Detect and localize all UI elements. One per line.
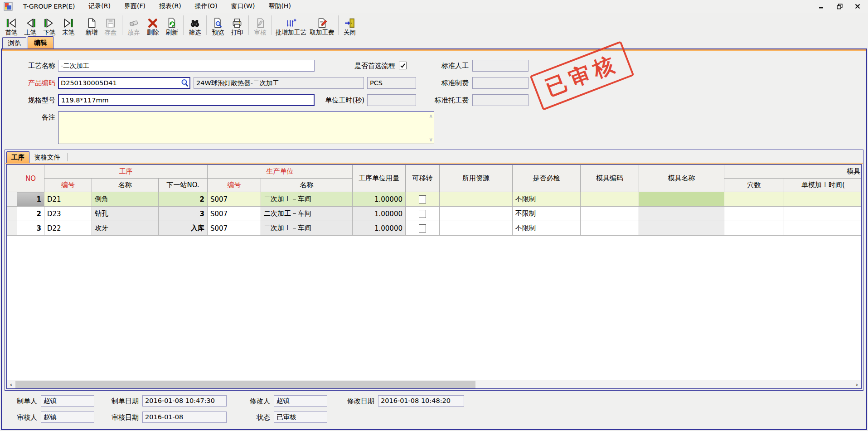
menu-item-reports[interactable]: 报表(R) xyxy=(152,1,188,12)
toolbar-button-label: 关闭 xyxy=(344,29,356,36)
toolbar-button-preview[interactable]: 预览 xyxy=(209,13,228,36)
cell-unit-name[interactable]: 二次加工－车间 xyxy=(261,221,353,236)
remarks-scroll-up[interactable]: ∧ xyxy=(429,114,433,118)
cell-unit-name[interactable]: 二次加工－车间 xyxy=(261,192,353,207)
cell-mold-name[interactable] xyxy=(639,192,724,207)
hscroll-right-arrow[interactable]: › xyxy=(853,380,861,389)
transferable-checkbox[interactable] xyxy=(419,195,426,203)
cell-no[interactable]: 2 xyxy=(17,207,44,221)
cell-mold-code[interactable] xyxy=(581,221,639,236)
toolbar-button-close[interactable]: 关闭 xyxy=(340,13,359,36)
restore-icon xyxy=(837,4,843,10)
cell-process-code[interactable]: D23 xyxy=(44,207,92,221)
cell-no[interactable]: 1 xyxy=(17,192,44,207)
tab-qualification-docs[interactable]: 资格文件 xyxy=(29,152,65,163)
cell-unit-code[interactable]: S007 xyxy=(208,221,261,236)
cell-unit-usage[interactable]: 1.00000 xyxy=(353,207,406,221)
cell-mold-name[interactable] xyxy=(639,221,724,236)
close-button[interactable] xyxy=(854,3,861,10)
restore-button[interactable] xyxy=(836,3,843,10)
header-process-code: 编号 xyxy=(44,179,92,192)
header-selector xyxy=(7,165,17,192)
remarks-textarea[interactable] xyxy=(58,112,434,144)
cell-unit-usage[interactable]: 1.00000 xyxy=(353,192,406,207)
cell-cavities[interactable] xyxy=(724,207,784,221)
hscroll-left-arrow[interactable]: ‹ xyxy=(7,380,15,389)
cell-resources[interactable] xyxy=(440,207,513,221)
cell-resources[interactable] xyxy=(440,221,513,236)
cell-resources[interactable] xyxy=(440,192,513,207)
product-lookup-button[interactable] xyxy=(179,78,189,88)
cell-unit-code[interactable]: S007 xyxy=(208,192,261,207)
cell-unit-usage[interactable]: 1.00000 xyxy=(353,221,406,236)
menu-item-interface[interactable]: 界面(F) xyxy=(117,1,152,12)
cell-mold-code[interactable] xyxy=(581,192,639,207)
minimize-button[interactable] xyxy=(818,3,824,10)
toolbar-button-first[interactable]: 首笔 xyxy=(2,13,21,36)
toolbar-button-label: 上笔 xyxy=(24,29,37,36)
toolbar-button-refresh[interactable]: 刷新 xyxy=(162,13,181,36)
modifier-label: 修改人 xyxy=(239,395,270,407)
tab-process-steps[interactable]: 工序 xyxy=(6,151,29,163)
menu-item-window[interactable]: 窗口(W) xyxy=(224,1,262,12)
hscroll-thumb[interactable] xyxy=(15,381,475,388)
cell-cavities[interactable] xyxy=(724,192,784,207)
cell-mold-time[interactable] xyxy=(784,221,862,236)
toolbar-button-discard[interactable]: 放弃 xyxy=(124,13,143,36)
cell-process-name[interactable]: 倒角 xyxy=(92,192,159,207)
menu-item-help[interactable]: 帮助(H) xyxy=(262,1,297,12)
transferable-checkbox[interactable] xyxy=(419,224,426,232)
prev-record-icon xyxy=(24,17,36,29)
cell-next-station[interactable]: 入库 xyxy=(159,221,208,236)
transferable-checkbox[interactable] xyxy=(419,210,426,218)
toolbar-button-get-processing-fee[interactable]: 取加工费 xyxy=(308,13,336,36)
cell-process-code[interactable]: D22 xyxy=(44,221,92,236)
toolbar-button-filter[interactable]: 筛选 xyxy=(185,13,204,36)
spec-model-input[interactable] xyxy=(58,94,315,106)
toolbar-button-prev[interactable]: 上笔 xyxy=(21,13,40,36)
cell-mold-code[interactable] xyxy=(581,207,639,221)
process-name-input[interactable] xyxy=(58,60,315,72)
cell-must-inspect[interactable]: 不限制 xyxy=(513,221,581,236)
cell-no[interactable]: 3 xyxy=(17,221,44,236)
toolbar-button-audit[interactable]: 审核 xyxy=(251,13,270,36)
modify-date-field: 2016-01-08 10:48:20 xyxy=(378,395,464,407)
toolbar-button-delete[interactable]: 删除 xyxy=(143,13,162,36)
toolbar-button-label: 审核 xyxy=(254,29,267,36)
header-process-group: 工序 xyxy=(44,165,208,179)
cell-next-station[interactable]: 3 xyxy=(159,207,208,221)
toolbar-button-last[interactable]: 末笔 xyxy=(59,13,78,36)
cell-unit-code[interactable]: S007 xyxy=(208,207,261,221)
cell-must-inspect[interactable]: 不限制 xyxy=(513,207,581,221)
close-icon xyxy=(855,4,860,9)
toolbar-button-save[interactable]: 存盘 xyxy=(101,13,120,36)
toolbar-button-print[interactable]: 打印 xyxy=(228,13,247,36)
toolbar-button-new[interactable]: 新增 xyxy=(82,13,101,36)
row-selector[interactable] xyxy=(7,207,17,221)
menu-item-records[interactable]: 记录(R) xyxy=(82,1,117,12)
cell-unit-name[interactable]: 二次加工－车间 xyxy=(261,207,353,221)
cell-next-station[interactable]: 2 xyxy=(159,192,208,207)
tab-browse[interactable]: 浏览 xyxy=(2,37,26,48)
header-unit-name: 名称 xyxy=(261,179,353,192)
cell-process-name[interactable]: 钻孔 xyxy=(92,207,159,221)
tab-edit[interactable]: 编辑 xyxy=(28,36,53,48)
cell-mold-time[interactable] xyxy=(784,192,862,207)
toolbar-separator xyxy=(338,15,339,35)
menu-item-operations[interactable]: 操作(O) xyxy=(188,1,224,12)
cell-process-name[interactable]: 攻牙 xyxy=(92,221,159,236)
toolbar-button-label: 取加工费 xyxy=(310,29,335,36)
row-selector[interactable] xyxy=(7,221,17,236)
row-selector[interactable] xyxy=(7,192,17,207)
header-process-name: 名称 xyxy=(92,179,159,192)
cell-must-inspect[interactable]: 不限制 xyxy=(513,192,581,207)
remarks-scroll-down[interactable]: ∨ xyxy=(429,137,433,142)
product-code-input[interactable] xyxy=(59,78,179,88)
cell-mold-name[interactable] xyxy=(639,207,724,221)
cell-mold-time[interactable] xyxy=(784,207,862,221)
menu-item-app[interactable]: T-GROUP ERP(E) xyxy=(16,1,82,11)
cell-process-code[interactable]: D21 xyxy=(44,192,92,207)
toolbar-button-batch-add-process[interactable]: 批增加工艺 xyxy=(274,13,308,36)
cell-cavities[interactable] xyxy=(724,221,784,236)
toolbar-button-next[interactable]: 下笔 xyxy=(40,13,59,36)
